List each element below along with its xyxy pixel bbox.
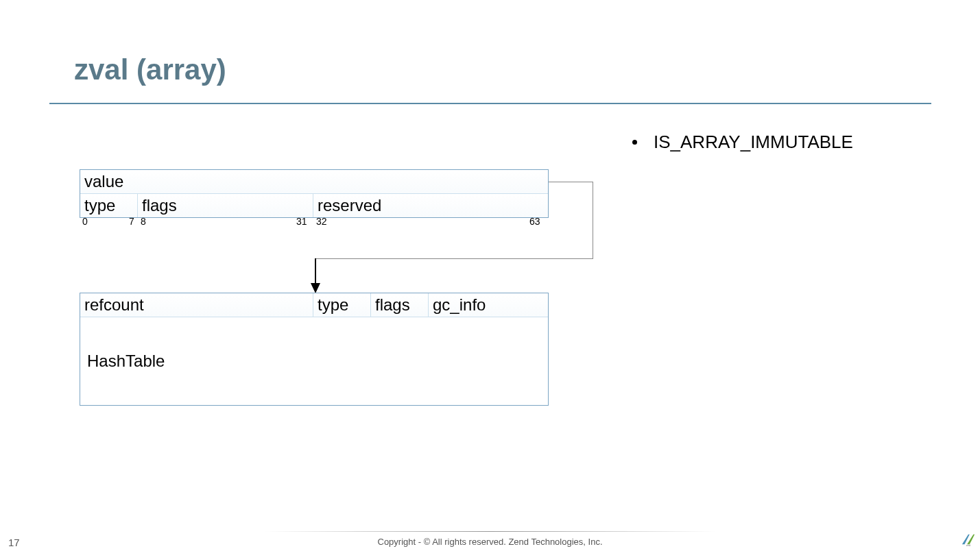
bullet-list: IS_ARRAY_IMMUTABLE (632, 132, 853, 153)
footer-copyright: Copyright - © All rights reserved. Zend … (0, 537, 980, 547)
bit-label-32: 32 (316, 216, 327, 227)
arrow-head-icon (311, 283, 320, 293)
bit-label-7: 7 (129, 216, 134, 227)
refcounted-flags-field: flags (371, 293, 429, 317)
connector-line-2 (315, 258, 593, 259)
zval-reserved-field: reserved (313, 194, 548, 217)
zval-type-field: type (80, 194, 138, 217)
zval-flags-field: flags (138, 194, 313, 217)
bit-label-0: 0 (82, 216, 88, 227)
bullet-dot-icon (632, 140, 637, 145)
gc-info-field: gc_info (429, 293, 548, 317)
svg-text:zend: zend (966, 544, 970, 547)
bit-label-8: 8 (141, 216, 146, 227)
arrow-line (315, 258, 316, 284)
refcounted-struct-box: refcount type flags gc_info HashTable (80, 293, 549, 406)
bit-label-63: 63 (529, 216, 540, 227)
page-number: 17 (8, 537, 20, 548)
bullet-text: IS_ARRAY_IMMUTABLE (654, 132, 853, 152)
refcount-field: refcount (80, 293, 313, 317)
refcounted-type-field: type (313, 293, 371, 317)
footer-divider (264, 531, 717, 532)
title-underline (49, 103, 931, 104)
zend-logo-icon: zend (961, 532, 976, 547)
zval-value-field: value (80, 170, 548, 193)
connector-line (549, 182, 593, 258)
hashtable-field: HashTable (80, 317, 548, 405)
bit-label-31: 31 (296, 216, 307, 227)
slide-title: zval (array) (74, 53, 226, 86)
zval-struct-box: value type flags reserved (80, 169, 549, 218)
